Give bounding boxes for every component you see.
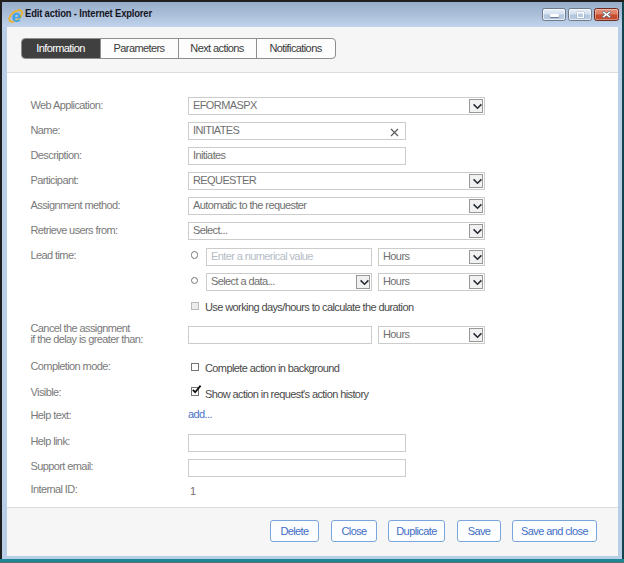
svg-text:e: e xyxy=(12,8,21,24)
